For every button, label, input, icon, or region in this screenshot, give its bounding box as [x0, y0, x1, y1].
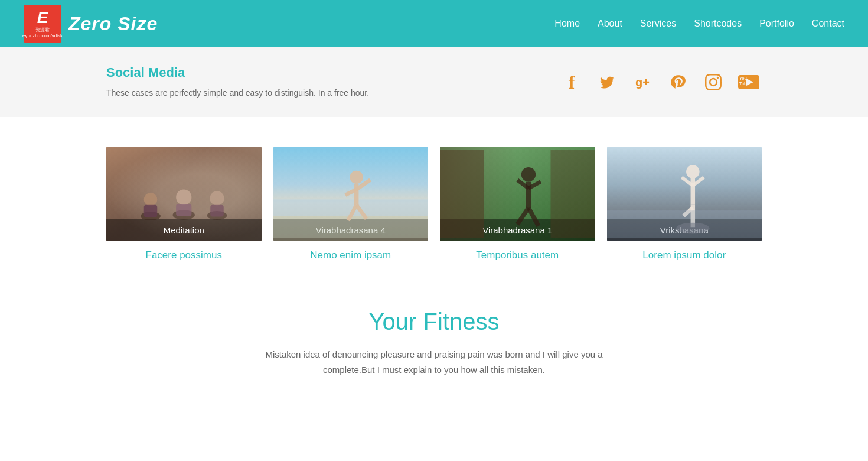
social-title: Social Media	[106, 65, 369, 80]
svg-rect-9	[176, 204, 191, 216]
googleplus-icon[interactable]: g+	[629, 69, 655, 95]
gallery-caption-vrikshasana: Lorem ipsum dolor	[642, 249, 726, 261]
nav-shortcodes[interactable]: Shortcodes	[694, 18, 742, 29]
gallery-img-virabhadrasana4[interactable]: Virabhadrasana 4	[273, 147, 429, 241]
gallery-card-meditation: Meditation Facere possimus	[106, 147, 262, 261]
nav-portfolio[interactable]: Portfolio	[759, 18, 794, 29]
svg-point-21	[521, 167, 536, 181]
svg-line-25	[517, 208, 528, 225]
logo-letter: E	[37, 8, 48, 27]
svg-rect-6	[144, 205, 158, 217]
gallery-caption-meditation: Facere possimus	[146, 249, 222, 261]
gallery-caption-virabhadrasana1: Temporibus autem	[476, 249, 559, 261]
twitter-icon[interactable]	[594, 69, 620, 95]
svg-point-29	[686, 165, 700, 179]
svg-text:Tube: Tube	[739, 82, 749, 86]
social-description: These cases are perfectly simple and eas…	[106, 86, 369, 99]
logo-box: E 资源君eyunzhu.com/vdisk	[24, 5, 61, 43]
fitness-section: Your Fitness Mistaken idea of denouncing…	[0, 279, 868, 401]
gallery-img-meditation[interactable]: Meditation	[106, 147, 262, 241]
pinterest-icon[interactable]	[665, 69, 691, 95]
svg-point-15	[350, 171, 363, 184]
svg-point-11	[210, 191, 224, 206]
gallery-card-virabhadrasana4: Virabhadrasana 4 Nemo enim ipsam	[273, 147, 429, 261]
social-icons-group: f g+ YouTube	[559, 69, 762, 95]
logo-area: E 资源君eyunzhu.com/vdisk Zero Size	[24, 5, 158, 43]
gallery-img-vrikshasana[interactable]: Vrikshasana	[607, 147, 762, 241]
social-text: Social Media These cases are perfectly s…	[106, 65, 369, 99]
logo-sub: 资源君eyunzhu.com/vdisk	[22, 27, 63, 38]
svg-line-26	[528, 208, 539, 226]
svg-text:You: You	[739, 76, 747, 80]
fitness-title: Your Fitness	[106, 309, 762, 335]
gallery-caption-virabhadrasana4: Nemo enim ipsam	[310, 249, 391, 261]
nav-about[interactable]: About	[598, 18, 622, 29]
nav-contact[interactable]: Contact	[812, 18, 844, 29]
facebook-icon[interactable]: f	[559, 69, 585, 95]
fitness-description: Mistaken idea of denouncing pleasure and…	[257, 347, 611, 377]
svg-rect-28	[551, 150, 595, 238]
svg-point-8	[176, 190, 191, 205]
header: E 资源君eyunzhu.com/vdisk Zero Size Home Ab…	[0, 0, 868, 47]
gallery-card-vrikshasana: Vrikshasana Lorem ipsum dolor	[607, 147, 762, 261]
youtube-icon[interactable]: YouTube	[736, 69, 762, 95]
svg-rect-36	[607, 211, 762, 239]
nav-home[interactable]: Home	[554, 18, 580, 29]
svg-point-5	[144, 193, 158, 207]
svg-rect-27	[440, 150, 484, 238]
instagram-icon[interactable]	[700, 69, 726, 95]
main-nav: Home About Services Shortcodes Portfolio…	[554, 18, 844, 29]
gallery-card-virabhadrasana1: Virabhadrasana 1 Temporibus autem	[440, 147, 595, 261]
svg-rect-12	[210, 205, 224, 217]
nav-services[interactable]: Services	[640, 18, 676, 29]
gallery-img-virabhadrasana1[interactable]: Virabhadrasana 1	[440, 147, 595, 241]
gallery-section: Meditation Facere possimus V	[0, 117, 868, 279]
brand-name: Zero Size	[68, 13, 158, 35]
social-media-section: Social Media These cases are perfectly s…	[0, 47, 868, 117]
